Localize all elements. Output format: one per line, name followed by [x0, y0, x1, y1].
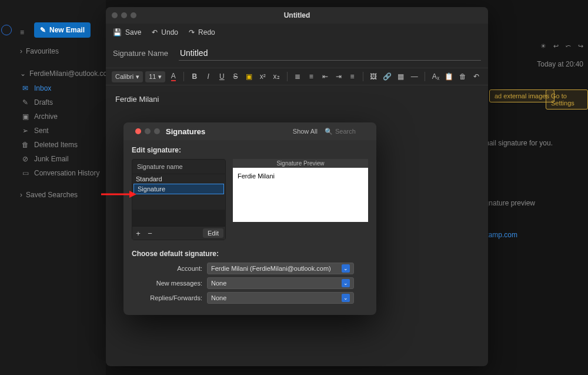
signatures-title: Signatures — [166, 127, 205, 136]
window-title: Untitled — [106, 11, 488, 19]
editor-titlebar: Untitled — [106, 7, 488, 24]
sun-icon[interactable]: ☀ — [540, 42, 546, 50]
align-button[interactable]: ≡ — [346, 71, 358, 82]
compose-icon: ✎ — [40, 26, 46, 34]
italic-button[interactable]: I — [203, 71, 214, 82]
font-color-button[interactable]: A — [168, 71, 179, 82]
bold-button[interactable]: B — [189, 71, 200, 82]
sidebar: ≡ ✎ New Email ›Favourites ⌄FerdieMilani@… — [0, 0, 106, 375]
search-input[interactable] — [335, 128, 370, 135]
sidebar-item-archive[interactable]: ▣Archive — [18, 109, 103, 124]
format-toolbar: Calibri▾ 11▾ A B I U S ▣ x² x₂ ≣ ≡ ⇤ ⇥ ≡… — [106, 68, 488, 85]
new-email-label: New Email — [49, 26, 85, 34]
sidebar-item-drafts[interactable]: ✎Drafts — [18, 95, 103, 109]
chevron-down-icon: ▾ — [158, 73, 162, 81]
chevron-down-icon: ▾ — [136, 73, 139, 81]
indent-button[interactable]: ⇥ — [333, 71, 344, 82]
defaults-section-label: Choose default signature: — [132, 250, 368, 258]
paste-button[interactable]: 📋 — [443, 71, 455, 82]
redo-button[interactable]: ↷Redo — [189, 28, 215, 36]
zoom-dot[interactable] — [154, 128, 160, 134]
delete-button[interactable]: 🗑 — [457, 71, 469, 82]
editor-body[interactable]: Ferdie Milani — [106, 85, 488, 113]
sidebar-item-junk[interactable]: ⊘Junk Email — [18, 152, 103, 166]
signature-list-header: Signature name — [132, 160, 225, 174]
signature-list-item-editing[interactable]: Signature — [133, 184, 224, 194]
numbering-button[interactable]: ≡ — [306, 71, 317, 82]
account-select[interactable]: Ferdie Milani (FerdieMilani@outlook.com)… — [207, 263, 354, 274]
globe-icon — [1, 25, 12, 35]
save-button[interactable]: 💾Save — [113, 28, 141, 36]
strike-button[interactable]: S — [230, 71, 241, 82]
superscript-button[interactable]: x² — [257, 71, 268, 82]
more-undo-button[interactable]: ↶ — [471, 71, 482, 82]
save-icon: 💾 — [113, 28, 122, 36]
bullets-button[interactable]: ≣ — [292, 71, 303, 82]
link-button[interactable]: 🔗 — [382, 71, 393, 82]
sent-icon: ➢ — [21, 127, 29, 135]
account-header[interactable]: ⌄FerdieMilani@outlook.co — [18, 66, 103, 81]
timestamp: Today at 20:40 — [537, 60, 583, 68]
font-family-select[interactable]: Calibri▾ — [112, 71, 143, 82]
trash-icon: 🗑 — [21, 141, 29, 149]
chevron-down-icon: ⌄ — [342, 294, 350, 302]
inbox-icon: ✉ — [21, 84, 29, 92]
search-icon: 🔍 — [325, 128, 333, 135]
bg-text-2: ignature preview — [483, 199, 535, 207]
hamburger-icon[interactable]: ≡ — [20, 28, 24, 36]
table-button[interactable]: ▦ — [395, 71, 406, 82]
new-messages-label: New messages: — [132, 280, 202, 287]
forward-icon[interactable]: ↪ — [578, 42, 583, 50]
sidebar-item-conversation-history[interactable]: ▭Conversation History — [18, 166, 103, 180]
sidebar-item-deleted[interactable]: 🗑Deleted Items — [18, 138, 103, 152]
preview-header: Signature Preview — [233, 159, 368, 168]
redo-icon: ↷ — [189, 28, 195, 36]
sidebar-item-inbox[interactable]: ✉Inbox — [18, 81, 103, 95]
signatures-titlebar: Signatures Show All 🔍 — [123, 122, 376, 140]
search-field[interactable]: 🔍 — [325, 128, 370, 135]
signature-name-label: Signature Name — [113, 49, 168, 58]
minimize-dot[interactable] — [145, 128, 151, 134]
chevron-down-icon: ⌄ — [342, 264, 350, 273]
external-images-chip[interactable]: ad external images — [489, 89, 554, 102]
signature-preview: Signature Preview Ferdie Milani — [233, 159, 368, 240]
favourites-header[interactable]: ›Favourites — [18, 44, 103, 59]
sidebar-item-sent[interactable]: ➢Sent — [18, 124, 103, 138]
signature-list: Signature name Standard Signature + − Ed… — [132, 159, 226, 240]
highlight-button[interactable]: ▣ — [243, 71, 255, 82]
replies-label: Replies/Forwards: — [132, 294, 202, 301]
editor-toolbar: 💾Save ↶Undo ↷Redo — [106, 24, 488, 41]
chevron-down-icon: ⌄ — [342, 279, 350, 287]
replies-select[interactable]: None⌄ — [207, 292, 354, 304]
signature-name-input[interactable] — [179, 46, 481, 61]
undo-icon: ↶ — [152, 28, 158, 36]
reply-all-icon[interactable]: ⤺ — [566, 42, 571, 50]
show-all-button[interactable]: Show All — [293, 128, 318, 135]
image-button[interactable]: 🖼 — [368, 71, 379, 82]
subscript-button[interactable]: x₂ — [270, 71, 282, 82]
remove-signature-button[interactable]: − — [144, 227, 156, 239]
account-label: Account: — [132, 265, 202, 272]
add-signature-button[interactable]: + — [132, 227, 144, 239]
edit-signature-button[interactable]: Edit — [203, 228, 223, 238]
new-messages-select[interactable]: None⌄ — [207, 277, 354, 289]
underline-button[interactable]: U — [216, 71, 228, 82]
saved-searches-header[interactable]: ›Saved Searches — [18, 187, 103, 203]
signature-list-item[interactable]: Standard — [132, 174, 225, 184]
junk-icon: ⊘ — [21, 155, 29, 163]
bg-text-1: email signature for you. — [479, 139, 553, 147]
font-size-select[interactable]: 11▾ — [145, 71, 165, 82]
reply-icon[interactable]: ↩ — [553, 42, 559, 50]
close-dot[interactable] — [135, 128, 141, 134]
go-to-settings-chip[interactable]: Go to Settings — [546, 89, 588, 109]
hr-button[interactable]: — — [409, 71, 420, 82]
signatures-dialog: Signatures Show All 🔍 Edit signature: Si… — [123, 122, 376, 315]
preview-body: Ferdie Milani — [233, 168, 368, 222]
outdent-button[interactable]: ⇤ — [319, 71, 330, 82]
folder-icon: ▭ — [21, 169, 29, 177]
undo-button[interactable]: ↶Undo — [152, 28, 178, 36]
clear-format-button[interactable]: Aᵪ — [430, 71, 441, 82]
archive-icon: ▣ — [21, 112, 29, 121]
drafts-icon: ✎ — [21, 98, 29, 107]
new-email-button[interactable]: ✎ New Email — [34, 22, 91, 38]
